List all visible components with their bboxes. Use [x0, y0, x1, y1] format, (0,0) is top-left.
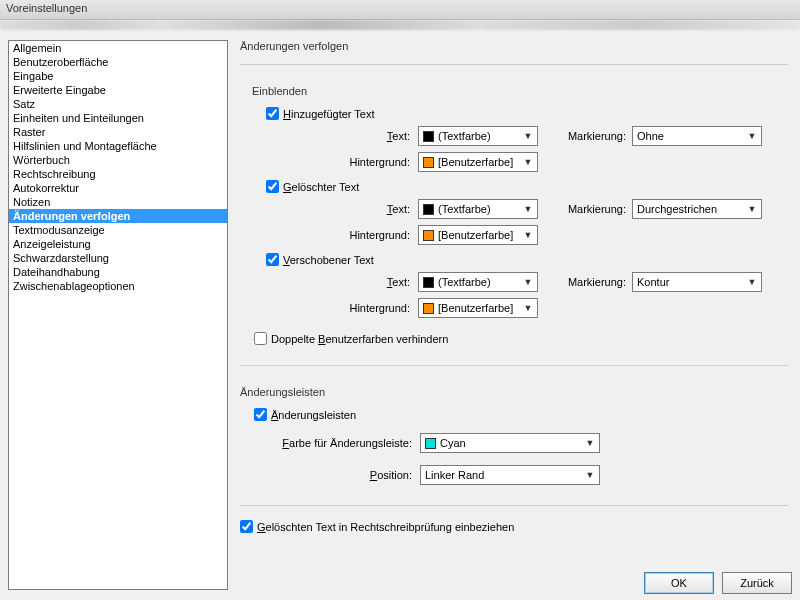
changebar-color-combo[interactable]: Cyan ▼	[420, 433, 600, 453]
changebar-color-label: Farbe für Änderungsleiste:	[254, 437, 414, 449]
sidebar-item[interactable]: Satz	[9, 97, 227, 111]
color-swatch	[423, 204, 434, 215]
blurred-toolbar-bg	[0, 20, 800, 30]
sidebar-item[interactable]: Änderungen verfolgen	[9, 209, 227, 223]
group-check-label: Verschobener Text	[283, 254, 374, 266]
mark-label: Markierung:	[556, 130, 628, 142]
prevent-duplicate-colors-checkbox[interactable]	[254, 332, 267, 345]
chevron-down-icon: ▼	[745, 277, 759, 287]
panel-title: Änderungen verfolgen	[240, 40, 788, 52]
color-combo[interactable]: [Benutzerfarbe]▼	[418, 225, 538, 245]
color-combo[interactable]: (Textfarbe)▼	[418, 126, 538, 146]
field-label: Hintergrund:	[282, 156, 412, 168]
mark-combo[interactable]: Ohne▼	[632, 126, 762, 146]
chevron-down-icon: ▼	[745, 204, 759, 214]
einblenden-heading: Einblenden	[252, 85, 788, 97]
mark-label: Markierung:	[556, 203, 628, 215]
field-label: Text:	[282, 276, 412, 288]
chevron-down-icon: ▼	[521, 277, 535, 287]
ok-button[interactable]: OK	[644, 572, 714, 594]
color-combo[interactable]: (Textfarbe)▼	[418, 199, 538, 219]
color-swatch	[423, 131, 434, 142]
changebar-position-label: Position:	[254, 469, 414, 481]
sidebar-item[interactable]: Wörterbuch	[9, 153, 227, 167]
group-check-label: Gelöschter Text	[283, 181, 359, 193]
mark-combo[interactable]: Kontur▼	[632, 272, 762, 292]
color-combo[interactable]: [Benutzerfarbe]▼	[418, 152, 538, 172]
field-label: Text:	[282, 130, 412, 142]
field-label: Hintergrund:	[282, 302, 412, 314]
chevron-down-icon: ▼	[583, 438, 597, 448]
sidebar-item[interactable]: Hilfslinien und Montagefläche	[9, 139, 227, 153]
sidebar-item[interactable]: Erweiterte Eingabe	[9, 83, 227, 97]
changebar-position-combo[interactable]: Linker Rand ▼	[420, 465, 600, 485]
spellcheck-deleted-checkbox[interactable]	[240, 520, 253, 533]
mark-label: Markierung:	[556, 276, 628, 288]
color-combo[interactable]: [Benutzerfarbe]▼	[418, 298, 538, 318]
chevron-down-icon: ▼	[521, 230, 535, 240]
sidebar-item[interactable]: Anzeigeleistung	[9, 237, 227, 251]
chevron-down-icon: ▼	[521, 131, 535, 141]
sidebar-item[interactable]: Rechtschreibung	[9, 167, 227, 181]
back-button[interactable]: Zurück	[722, 572, 792, 594]
mark-combo[interactable]: Durchgestrichen▼	[632, 199, 762, 219]
chevron-down-icon: ▼	[521, 157, 535, 167]
sidebar-item[interactable]: Raster	[9, 125, 227, 139]
chevron-down-icon: ▼	[745, 131, 759, 141]
changebars-checkbox[interactable]	[254, 408, 267, 421]
changebars-label: Änderungsleisten	[271, 409, 356, 421]
sidebar-item[interactable]: Eingabe	[9, 69, 227, 83]
field-label: Text:	[282, 203, 412, 215]
group-checkbox[interactable]	[266, 107, 279, 120]
sidebar-item[interactable]: Benutzeroberfläche	[9, 55, 227, 69]
color-swatch	[423, 303, 434, 314]
color-swatch	[423, 277, 434, 288]
sidebar-item[interactable]: Notizen	[9, 195, 227, 209]
sidebar-item[interactable]: Zwischenablageoptionen	[9, 279, 227, 293]
swatch-cyan	[425, 438, 436, 449]
sidebar-item[interactable]: Schwarzdarstellung	[9, 251, 227, 265]
chevron-down-icon: ▼	[521, 204, 535, 214]
color-swatch	[423, 157, 434, 168]
window-title: Voreinstellungen	[0, 0, 800, 20]
group-checkbox[interactable]	[266, 253, 279, 266]
sidebar-item[interactable]: Autokorrektur	[9, 181, 227, 195]
category-sidebar[interactable]: AllgemeinBenutzeroberflächeEingabeErweit…	[8, 40, 228, 590]
group-checkbox[interactable]	[266, 180, 279, 193]
sidebar-item[interactable]: Allgemein	[9, 41, 227, 55]
chevron-down-icon: ▼	[583, 470, 597, 480]
sidebar-item[interactable]: Dateihandhabung	[9, 265, 227, 279]
field-label: Hintergrund:	[282, 229, 412, 241]
prevent-duplicate-colors-label: Doppelte Benutzerfarben verhindern	[271, 333, 448, 345]
group-check-label: Hinzugefügter Text	[283, 108, 375, 120]
spellcheck-deleted-label: Gelöschten Text in Rechtschreibprüfung e…	[257, 521, 514, 533]
color-combo[interactable]: (Textfarbe)▼	[418, 272, 538, 292]
sidebar-item[interactable]: Einheiten und Einteilungen	[9, 111, 227, 125]
color-swatch	[423, 230, 434, 241]
sidebar-item[interactable]: Textmodusanzeige	[9, 223, 227, 237]
chevron-down-icon: ▼	[521, 303, 535, 313]
aenderungsleisten-heading: Änderungsleisten	[240, 386, 788, 398]
